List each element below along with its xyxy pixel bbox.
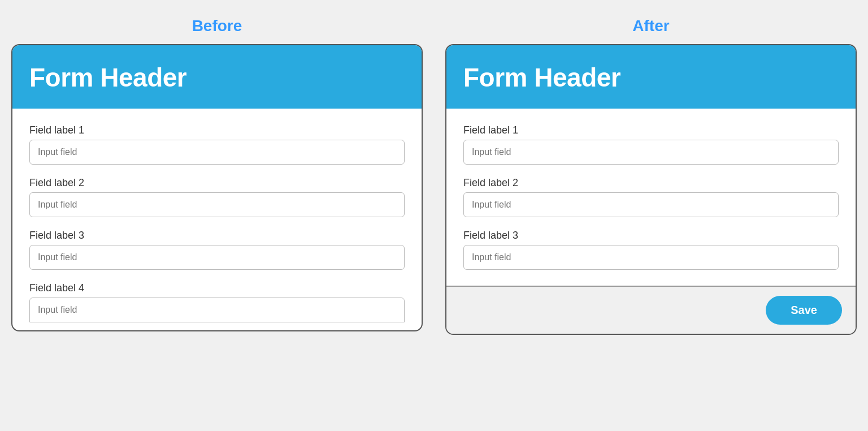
after-field-1-input[interactable] (463, 140, 839, 165)
before-field-3-label: Field label 3 (29, 230, 405, 242)
before-form-header: Form Header (12, 45, 422, 109)
before-field-2-input[interactable] (29, 192, 405, 217)
before-field-3: Field label 3 (29, 230, 405, 270)
before-form-header-title: Form Header (29, 62, 405, 93)
before-title: Before (192, 17, 242, 35)
before-field-3-input[interactable] (29, 245, 405, 270)
before-field-1-label: Field label 1 (29, 124, 405, 136)
before-field-2-label: Field label 2 (29, 177, 405, 189)
after-field-3-label: Field label 3 (463, 230, 839, 242)
after-field-3-input[interactable] (463, 245, 839, 270)
after-field-2: Field label 2 (463, 177, 839, 217)
before-field-4-input[interactable] (29, 298, 405, 322)
after-field-1: Field label 1 (463, 124, 839, 165)
after-form-header-title: Form Header (463, 62, 839, 93)
after-form-header: Form Header (446, 45, 856, 109)
before-column: Before Form Header Field label 1 Field l… (11, 17, 423, 331)
after-card: Form Header Field label 1 Field label 2 … (445, 44, 857, 335)
after-form-footer: Save (446, 286, 856, 334)
after-field-2-label: Field label 2 (463, 177, 839, 189)
before-field-2: Field label 2 (29, 177, 405, 217)
after-field-2-input[interactable] (463, 192, 839, 217)
after-column: After Form Header Field label 1 Field la… (445, 17, 857, 335)
after-title: After (632, 17, 669, 35)
after-field-3: Field label 3 (463, 230, 839, 270)
save-button[interactable]: Save (766, 296, 842, 325)
before-field-1: Field label 1 (29, 124, 405, 165)
before-field-4: Field label 4 (29, 282, 405, 322)
before-form-body: Field label 1 Field label 2 Field label … (12, 109, 422, 330)
before-field-1-input[interactable] (29, 140, 405, 165)
before-field-4-label: Field label 4 (29, 282, 405, 294)
after-field-1-label: Field label 1 (463, 124, 839, 136)
page-wrapper: Before Form Header Field label 1 Field l… (11, 17, 857, 335)
after-form-body: Field label 1 Field label 2 Field label … (446, 109, 856, 286)
before-card: Form Header Field label 1 Field label 2 … (11, 44, 423, 331)
